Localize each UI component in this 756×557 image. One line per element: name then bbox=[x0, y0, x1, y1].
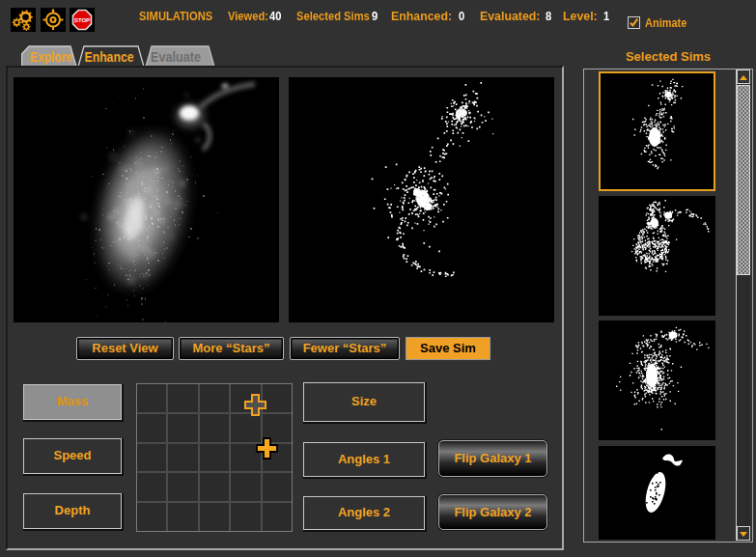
svg-text:Evaluate: Evaluate bbox=[151, 49, 201, 65]
svg-text:STOP: STOP bbox=[74, 17, 90, 23]
svg-text:Explore: Explore bbox=[30, 49, 72, 65]
svg-text:Enhance: Enhance bbox=[85, 49, 134, 65]
